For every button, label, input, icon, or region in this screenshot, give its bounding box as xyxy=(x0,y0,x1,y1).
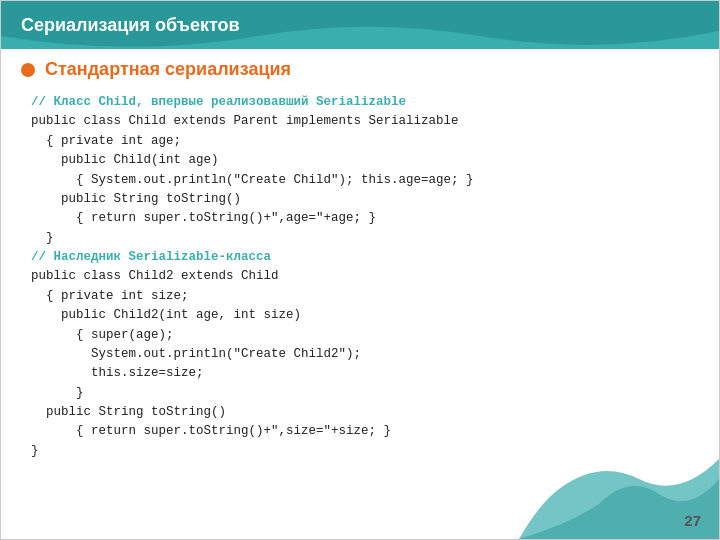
code-normal-line: public String toString() xyxy=(31,403,699,422)
code-normal-line: } xyxy=(31,229,699,248)
bullet-dot xyxy=(21,63,35,77)
code-normal-line: public Child2(int age, int size) xyxy=(31,306,699,325)
code-normal-line: { super(age); xyxy=(31,326,699,345)
code-normal-line: this.size=size; xyxy=(31,364,699,383)
code-normal-line: { return super.toString()+",age="+age; } xyxy=(31,209,699,228)
section-header: Стандартная сериализация xyxy=(21,59,291,80)
code-normal-line: { private int age; xyxy=(31,132,699,151)
code-normal-line: { System.out.println("Create Child"); th… xyxy=(31,171,699,190)
code-comment-line: // Наследник Serializable-класса xyxy=(31,248,699,267)
code-normal-line: System.out.println("Create Child2"); xyxy=(31,345,699,364)
header-title: Сериализация объектов xyxy=(21,15,240,36)
section-title: Стандартная сериализация xyxy=(45,59,291,80)
code-normal-line: public class Child extends Parent implem… xyxy=(31,112,699,131)
code-comment-line: // Класс Child, впервые реализовавший Se… xyxy=(31,93,699,112)
code-normal-line: { return super.toString()+",size="+size;… xyxy=(31,422,699,441)
slide: Сериализация объектов Стандартная сериал… xyxy=(0,0,720,540)
code-normal-line: public class Child2 extends Child xyxy=(31,267,699,286)
header: Сериализация объектов xyxy=(1,1,719,49)
page-number: 27 xyxy=(684,512,701,529)
code-normal-line: } xyxy=(31,384,699,403)
code-normal-line: public String toString() xyxy=(31,190,699,209)
code-normal-line: public Child(int age) xyxy=(31,151,699,170)
code-normal-line: } xyxy=(31,442,699,461)
code-normal-line: { private int size; xyxy=(31,287,699,306)
code-area: // Класс Child, впервые реализовавший Se… xyxy=(31,93,699,489)
